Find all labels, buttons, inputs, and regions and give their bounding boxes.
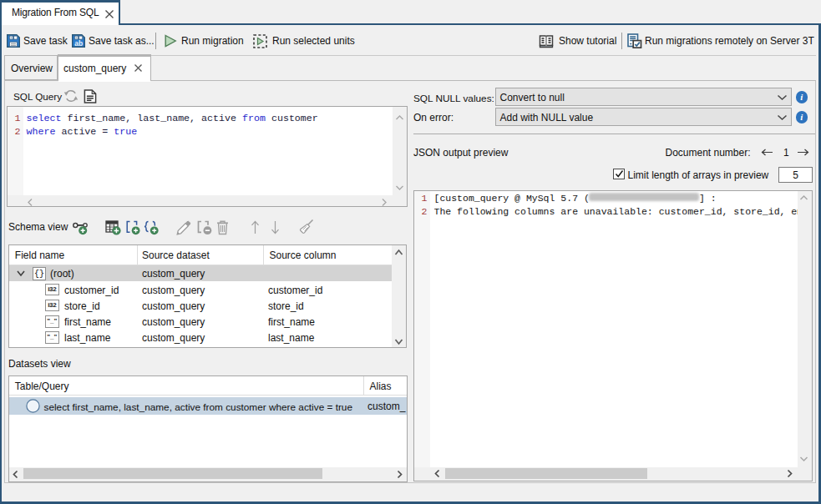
svg-text:ab: ab [74,39,83,48]
